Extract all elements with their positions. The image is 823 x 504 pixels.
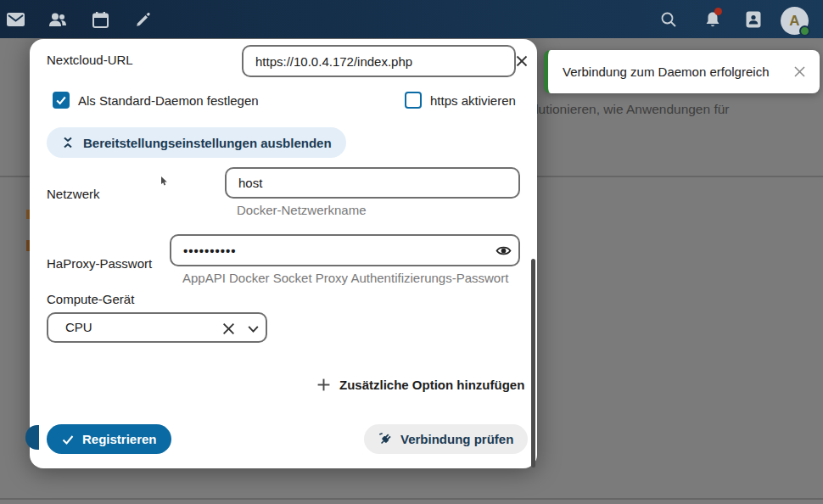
collapse-icon (61, 136, 75, 149)
show-password-eye-icon[interactable] (495, 242, 512, 259)
avatar-initial: A (789, 13, 799, 30)
daemon-register-dialog: Nextcloud-URL Als Standard-Daemon festle… (30, 39, 537, 468)
avatar[interactable]: A (781, 7, 809, 35)
dialog-scrollbar[interactable] (531, 259, 535, 468)
notifications-bell-icon[interactable] (703, 9, 723, 30)
default-daemon-label[interactable]: Als Standard-Daemon festlegen (78, 93, 259, 108)
deploy-settings-toggle-label: Bereitstellungseinstellungen ausblenden (83, 136, 332, 150)
contacts-icon[interactable] (48, 9, 68, 30)
online-status-dot (799, 25, 810, 36)
screen: revolutionieren, wie Anwendungen für - (0, 0, 823, 504)
haproxy-password-label: HaProxy-Passwort (47, 256, 152, 271)
toast-success: Verbindung zum Daemon erfolgreich (544, 50, 820, 93)
chevron-down-icon[interactable] (245, 321, 260, 336)
register-button[interactable]: Registrieren (47, 424, 171, 454)
search-icon[interactable] (658, 9, 679, 30)
compute-device-label: Compute-Gerät (47, 292, 134, 306)
compute-device-select[interactable]: CPU (47, 312, 267, 343)
default-daemon-checkbox[interactable] (53, 92, 70, 109)
plug-icon (378, 432, 393, 446)
check-connection-label: Verbindung prüfen (400, 432, 513, 446)
calendar-icon[interactable] (90, 9, 110, 30)
check-connection-button[interactable]: Verbindung prüfen (364, 424, 528, 454)
haproxy-password-input[interactable] (170, 234, 520, 266)
header-bar: A (0, 0, 823, 38)
nextcloud-url-label: Nextcloud-URL (47, 53, 133, 67)
mail-icon[interactable] (5, 9, 25, 30)
clear-selection-icon[interactable] (220, 320, 237, 337)
https-checkbox[interactable] (405, 92, 422, 109)
notification-badge (714, 8, 722, 15)
notes-pen-icon[interactable] (132, 9, 153, 30)
register-button-label: Registrieren (82, 432, 157, 446)
nextcloud-url-input[interactable] (242, 45, 516, 77)
plus-icon (316, 378, 331, 392)
add-option-label: Zusätzliche Option hinzufügen (339, 378, 524, 392)
add-option-button[interactable]: Zusätzliche Option hinzufügen (308, 370, 533, 399)
network-label: Netzwerk (47, 187, 100, 201)
clear-url-icon[interactable] (513, 53, 530, 70)
toast-close-icon[interactable] (787, 60, 811, 84)
network-input[interactable] (225, 167, 520, 199)
https-label[interactable]: https aktivieren (430, 93, 516, 108)
toast-message: Verbindung zum Daemon erfolgreich (548, 64, 787, 79)
network-hint: Docker-Netzwerkname (237, 203, 367, 217)
deploy-settings-toggle-button[interactable]: Bereitstellungseinstellungen ausblenden (47, 127, 346, 158)
haproxy-password-hint: AppAPI Docker Socket Proxy Authentifizie… (182, 271, 508, 285)
background-divider (0, 498, 823, 500)
check-icon (61, 433, 75, 446)
background-text: revolutionieren, wie Anwendungen für (510, 102, 730, 117)
contacts-menu-icon[interactable] (743, 9, 764, 30)
compute-device-value: CPU (65, 320, 92, 334)
